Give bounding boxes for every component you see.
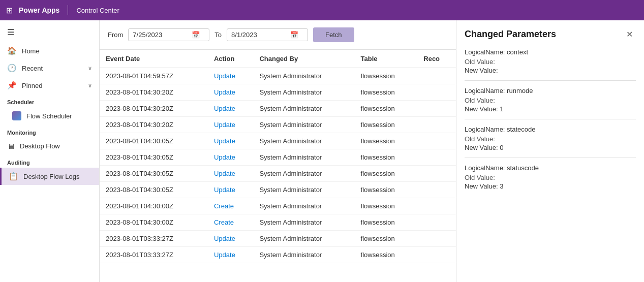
cell-table: flowsession [355,149,418,166]
cell-action[interactable]: Update [208,84,253,101]
hamburger-icon[interactable]: ☰ [0,22,99,42]
grid-icon[interactable]: ⊞ [6,6,13,15]
action-link[interactable]: Update [214,137,235,145]
table-row: 2023-08-01T04:30:05Z Update System Admin… [100,149,456,166]
cell-event-date: 2023-08-01T04:30:20Z [100,84,208,101]
param-logical-name: LogicalName: context [465,48,636,56]
side-panel-header: Changed Parameters ✕ [465,28,636,40]
cell-record [417,84,456,101]
action-link[interactable]: Update [214,153,235,161]
cell-changed-by: System Administrator [253,133,354,149]
cell-table: flowsession [355,68,418,84]
sidebar-item-pinned[interactable]: 📌 Pinned ∨ [0,77,99,94]
recent-icon: 🕐 [7,64,17,73]
cell-action[interactable]: Update [208,68,253,84]
cell-changed-by: System Administrator [253,166,354,182]
table-row: 2023-08-01T03:33:27Z Update System Admin… [100,231,456,247]
topbar: ⊞ Power Apps Control Center [0,0,644,20]
table-header-row: Event Date Action Changed By Table Reco [100,50,456,68]
param-logical-name: LogicalName: statuscode [465,164,636,172]
to-date-input[interactable] [231,31,287,39]
param-old-value: Old Value: [465,58,636,66]
col-table: Table [355,50,418,68]
close-panel-button[interactable]: ✕ [623,28,636,40]
cell-table: flowsession [355,101,418,117]
cell-changed-by: System Administrator [253,117,354,133]
from-date-input[interactable] [133,31,189,39]
param-logical-name: LogicalName: statecode [465,126,636,133]
cell-table: flowsession [355,198,418,214]
desktop-flow-icon: 🖥 [7,142,15,150]
cell-record [417,166,456,182]
to-calendar-icon[interactable]: 📅 [290,31,298,39]
sidebar-item-desktop-flow-logs[interactable]: 📋 Desktop Flow Logs [0,168,99,185]
param-old-value: Old Value: [465,135,636,143]
sidebar-item-desktop-flow-label: Desktop Flow [20,142,60,150]
cell-event-date: 2023-08-01T04:30:05Z [100,149,208,166]
action-link[interactable]: Update [214,170,235,177]
sidebar-item-home[interactable]: 🏠 Home [0,42,99,59]
cell-changed-by: System Administrator [253,198,354,214]
cell-action[interactable]: Create [208,198,253,214]
filter-row: From 📅 To 📅 Fetch [100,20,456,50]
cell-action[interactable]: Create [208,214,253,231]
action-link[interactable]: Create [214,202,234,210]
cell-changed-by: System Administrator [253,231,354,247]
action-link[interactable]: Update [214,186,235,194]
cell-action[interactable]: Update [208,149,253,166]
table-row: 2023-08-01T04:30:20Z Update System Admin… [100,84,456,101]
param-new-value: New Value: 0 [465,144,636,151]
sidebar-item-pinned-label: Pinned [22,82,42,89]
cell-changed-by: System Administrator [253,247,354,263]
action-link[interactable]: Create [214,218,234,226]
from-date-input-wrap: 📅 [128,28,209,41]
content-area: From 📅 To 📅 Fetch Event Date Action Chan… [100,20,456,282]
cell-changed-by: System Administrator [253,84,354,101]
cell-event-date: 2023-08-01T04:30:20Z [100,101,208,117]
action-link[interactable]: Update [214,235,235,242]
cell-action[interactable]: Update [208,166,253,182]
col-action: Action [208,50,253,68]
sidebar-item-flow-scheduler[interactable]: Flow Scheduler [0,107,99,124]
action-link[interactable]: Update [214,121,235,129]
action-link[interactable]: Update [214,105,235,112]
app-name: Power Apps [19,6,59,14]
cell-changed-by: System Administrator [253,68,354,84]
param-old-value: Old Value: [465,97,636,104]
table-row: 2023-08-01T04:30:05Z Update System Admin… [100,166,456,182]
cell-record [417,133,456,149]
cell-action[interactable]: Update [208,247,253,263]
cell-event-date: 2023-08-01T03:33:27Z [100,231,208,247]
sidebar-item-recent[interactable]: 🕐 Recent ∨ [0,59,99,77]
cell-action[interactable]: Update [208,231,253,247]
cell-action[interactable]: Update [208,182,253,198]
param-new-value: New Value: 3 [465,182,636,190]
sidebar-item-desktop-flow[interactable]: 🖥 Desktop Flow [0,138,99,154]
table-row: 2023-08-01T03:33:27Z Update System Admin… [100,247,456,263]
param-section: LogicalName: statuscode Old Value: New V… [465,164,636,196]
cell-event-date: 2023-08-01T04:30:00Z [100,198,208,214]
from-calendar-icon[interactable]: 📅 [192,31,200,39]
cell-action[interactable]: Update [208,101,253,117]
topbar-divider [68,5,68,15]
cell-record [417,117,456,133]
cell-table: flowsession [355,182,418,198]
fetch-button[interactable]: Fetch [313,27,354,42]
param-section: LogicalName: statecode Old Value: New Va… [465,126,636,158]
cell-record [417,247,456,263]
cell-table: flowsession [355,166,418,182]
chevron-down-icon-2: ∨ [88,82,92,89]
side-panel: Changed Parameters ✕ LogicalName: contex… [456,20,644,282]
action-link[interactable]: Update [214,88,235,96]
cell-table: flowsession [355,231,418,247]
cell-event-date: 2023-08-01T03:33:27Z [100,247,208,263]
cell-action[interactable]: Update [208,117,253,133]
table-row: 2023-08-01T04:30:20Z Update System Admin… [100,101,456,117]
action-link[interactable]: Update [214,72,235,80]
cell-event-date: 2023-08-01T04:30:00Z [100,214,208,231]
cell-table: flowsession [355,247,418,263]
cell-action[interactable]: Update [208,133,253,149]
cell-changed-by: System Administrator [253,214,354,231]
param-old-value: Old Value: [465,174,636,181]
action-link[interactable]: Update [214,251,235,259]
